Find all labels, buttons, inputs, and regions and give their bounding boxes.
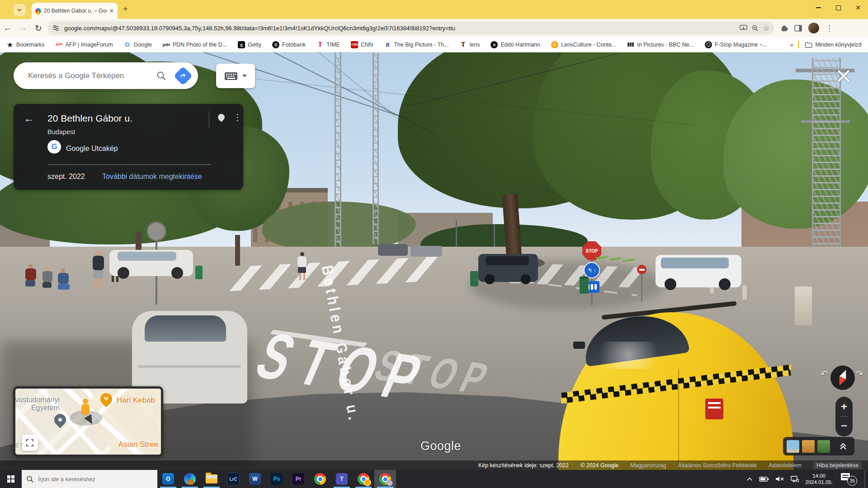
taskbar-file-explorer[interactable]: [201, 470, 222, 488]
start-button[interactable]: [0, 470, 22, 488]
google-watermark: Google: [420, 439, 461, 453]
taskbar-search-input[interactable]: [37, 475, 153, 483]
bookmark-item[interactable]: BThe Big Picture - Th...: [384, 41, 448, 48]
browser-tab[interactable]: 20 Bethlen Gábor u. – Google Té ✕: [32, 3, 118, 19]
maps-search-input[interactable]: [27, 71, 156, 81]
taskbar-photoshop[interactable]: Ps: [266, 470, 288, 488]
action-center-button[interactable]: 35: [839, 472, 857, 486]
bookmark-item[interactable]: F-Stop Magazine ~...: [705, 41, 767, 48]
taskbar-premiere[interactable]: Pr: [288, 470, 309, 488]
window-minimize-button[interactable]: [808, 0, 828, 15]
bookmark-item[interactable]: ★Bookmarks: [6, 41, 45, 48]
map-pin-icon[interactable]: [217, 113, 226, 122]
zoom-out-button[interactable]: −: [835, 419, 853, 432]
sign-back-round: [146, 221, 166, 241]
volume-muted-icon[interactable]: [775, 476, 784, 482]
privacy-link[interactable]: Adatvédelem: [769, 462, 802, 469]
tab-close-button[interactable]: ✕: [109, 8, 114, 14]
taskbar-chrome[interactable]: [309, 470, 331, 488]
taskbar-edge[interactable]: [179, 470, 201, 488]
fork-glyph: Ψ: [104, 396, 108, 402]
rotate-cw-icon[interactable]: ↷: [856, 369, 863, 379]
url-input[interactable]: [63, 24, 735, 32]
bookmark-item[interactable]: gGetty: [238, 41, 261, 48]
parked-car-distant: [378, 244, 408, 256]
thumbnail[interactable]: [817, 440, 830, 453]
bookmark-item[interactable]: eEddo Hartmann: [491, 41, 540, 48]
network-icon[interactable]: [791, 476, 799, 482]
show-desktop-sliver[interactable]: [864, 470, 865, 488]
window-close-button[interactable]: ✕: [848, 0, 868, 15]
white-car-left: [109, 250, 193, 276]
taskbar-lightroom[interactable]: LrC: [222, 470, 244, 488]
street-view-viewport[interactable]: STOP STOP Bethlen Gábor u. © 2023 Google…: [0, 52, 868, 470]
browser-menu-icon[interactable]: ⋮: [826, 23, 833, 33]
battery-icon[interactable]: [759, 476, 769, 482]
zoom-icon[interactable]: [752, 25, 759, 32]
university-pin-icon[interactable]: [52, 412, 69, 428]
bookmark-item[interactable]: In Pictures - BBC Ne...: [627, 41, 694, 48]
close-street-view-button[interactable]: [833, 65, 854, 87]
sign-pole: [641, 273, 642, 301]
reload-button[interactable]: ↻: [31, 23, 46, 33]
tree-canopy: [723, 80, 868, 229]
afp-icon: AFP: [56, 41, 63, 48]
screen: 20 Bethlen Gábor u. – Google Té ✕ + ✕ ← …: [0, 0, 868, 488]
bookmark-item[interactable]: AFPAFP | ImageForum: [56, 41, 113, 48]
taskbar-word[interactable]: W: [244, 470, 266, 488]
tray-clock[interactable]: 14:00 2024.01.05.: [805, 473, 833, 485]
terms-link[interactable]: Általános Szerződési Feltételek: [678, 462, 757, 469]
rotate-ccw-icon[interactable]: ↶: [821, 369, 828, 379]
trolley-mast: [335, 52, 341, 248]
taskbar-outlook[interactable]: O: [157, 470, 179, 488]
window-restore-button[interactable]: [828, 0, 848, 15]
new-tab-button[interactable]: +: [123, 5, 128, 14]
more-options-icon[interactable]: ⋮: [233, 112, 242, 122]
zoom-in-button[interactable]: +: [835, 400, 853, 413]
thumbnail[interactable]: [802, 440, 815, 453]
back-button[interactable]: ←: [0, 23, 15, 33]
tray-chevron-up-icon[interactable]: [746, 477, 753, 481]
compass-circle[interactable]: [830, 366, 855, 390]
bookmarks-overflow-button[interactable]: »: [790, 41, 793, 48]
bookmark-item[interactable]: Tlens: [460, 41, 480, 48]
country-link[interactable]: Magyarország: [630, 462, 666, 469]
bookmark-item[interactable]: GGoogle: [124, 41, 152, 48]
fstop-icon: [705, 41, 712, 48]
thumbnail[interactable]: [787, 440, 799, 453]
all-bookmarks-button[interactable]: Minden könyvjelző: [805, 42, 862, 48]
taskbar-chrome-active[interactable]: [374, 470, 396, 488]
bookmark-item[interactable]: SFotóbank: [272, 41, 306, 48]
bookmark-item[interactable]: pdnPDN Photo of the D...: [163, 41, 227, 48]
search-icon[interactable]: [156, 71, 166, 81]
minimap-expand-button[interactable]: [22, 435, 38, 451]
extensions-puzzle-icon[interactable]: [780, 24, 788, 32]
back-arrow-button[interactable]: ←: [24, 112, 34, 125]
keyboard-toggle[interactable]: [216, 64, 255, 88]
expand-icon: [26, 439, 33, 446]
report-problem-link[interactable]: Hiba bejelentése: [813, 462, 862, 469]
windows-logo-icon: [7, 475, 14, 483]
minimap[interactable]: rvostudományi Egyetem Ψ Hari Kebab Asian…: [13, 386, 163, 457]
taskbar-search[interactable]: [22, 470, 157, 488]
tab-search-button[interactable]: [14, 4, 25, 16]
forward-button[interactable]: →: [15, 23, 31, 33]
bookmark-star-icon[interactable]: ☆: [763, 24, 769, 33]
copyright-text: © 2024 Google: [580, 462, 618, 469]
more-dates-link[interactable]: További dátumok megtekintése: [102, 173, 202, 181]
omnibox[interactable]: ☆: [48, 21, 774, 35]
side-panel-icon[interactable]: [794, 25, 802, 32]
bookmark-item[interactable]: TTIME: [316, 41, 340, 48]
profile-avatar[interactable]: [808, 23, 819, 33]
bookmark-item[interactable]: CLensCulture - Conte...: [551, 41, 616, 48]
minimize-icon: [816, 7, 821, 8]
directions-ic[interactable]: [174, 66, 193, 85]
stone-pillar: [795, 286, 812, 325]
maps-search-box[interactable]: [14, 62, 198, 89]
bookmark-item[interactable]: CNNCNN: [351, 41, 373, 48]
taskbar-teams[interactable]: T: [331, 470, 353, 488]
pegman[interactable]: [81, 399, 90, 415]
install-icon[interactable]: [740, 25, 747, 31]
taskbar-chrome-maps[interactable]: [353, 470, 374, 488]
collapse-chevrons-icon[interactable]: [839, 443, 847, 450]
